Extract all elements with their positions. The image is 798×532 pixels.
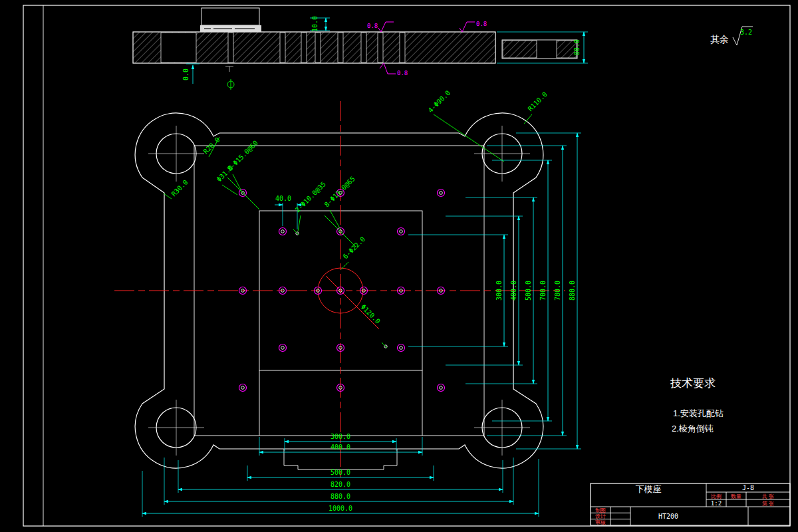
sheet-frame (23, 5, 790, 526)
callout-guide-hole: Φ31.0 (215, 164, 235, 183)
drawing-number: J-8 (742, 484, 754, 491)
dim-bottom-4: 820.0 (331, 481, 350, 488)
corner-hole (474, 400, 530, 456)
corner-hole (148, 400, 204, 456)
section-dim-step: 10.0 (310, 16, 330, 32)
callout-corner-holes: 4-Φ90.0 (427, 89, 452, 114)
finish-bottom: 0.8 (397, 70, 408, 76)
callout-fillet-side: R30.0 (170, 178, 190, 198)
dim-right-1: 300.0 (495, 281, 503, 301)
dim-right-5: 780.0 (554, 281, 561, 301)
dim-bottom-1: 300.0 (331, 433, 350, 440)
callout-center-holes: 6-Φ22.0 (342, 235, 367, 261)
sig-row-3: 审核 (595, 519, 606, 525)
dim-datum-value: 0.0 (182, 68, 190, 80)
section-hole-slot (378, 33, 383, 63)
scale-value: 1:2 (711, 500, 722, 507)
callouts: 4-Φ90.0 R110.0 R20.0 8-Φ15.0@60 Φ31.0 R3… (164, 89, 549, 348)
dim-bottom-6: 1000.0 (329, 505, 352, 512)
cad-drawing-sheet: 10.0 80.0 0.0 0.8 0.8 0.8 (0, 0, 798, 532)
scale-label: 比例 (711, 493, 722, 499)
surface-note-value: 3.2 (740, 29, 752, 36)
material: HT200 (658, 513, 678, 520)
sheet-no-label: 第 张 (762, 501, 774, 507)
tech-req-title: 技术要求 (670, 377, 716, 390)
plan-view: 4-Φ90.0 R110.0 R20.0 8-Φ15.0@60 Φ31.0 R3… (114, 89, 581, 517)
corner-hole (474, 126, 530, 182)
section-hole-slot (301, 33, 307, 63)
callout-pitch: 40.0 (275, 195, 291, 202)
datum-target-icon (225, 66, 234, 90)
sig-row-1: 制图 (595, 507, 606, 513)
sheet-total-label: 共 张 (762, 493, 774, 499)
dim-right-3: 500.0 (525, 281, 532, 301)
section-hole-slot (361, 33, 366, 63)
dim-bottom-5: 880.0 (331, 493, 350, 500)
section-hole-slot (228, 33, 233, 63)
dim-step-value: 10.0 (311, 16, 319, 32)
section-hole-slot (315, 33, 321, 63)
sig-row-2: 设计 (595, 513, 606, 519)
tech-req-item-1: 1.安装孔配钻 (673, 408, 724, 418)
part-name: 下模座 (636, 484, 662, 494)
callout-center-circle: Φ120.0 (360, 303, 382, 325)
surface-note-prefix: 其余 (710, 34, 729, 45)
dim-height-value: 80.0 (573, 39, 581, 55)
corner-hole (148, 126, 204, 182)
section-detail-box (200, 8, 261, 32)
section-view: 10.0 80.0 0.0 0.8 0.8 0.8 (133, 8, 588, 90)
qty-label: 数量 (731, 493, 741, 499)
dim-right-2: 400.0 (510, 281, 517, 301)
dim-bottom-3: 500.0 (331, 469, 350, 476)
section-dim-datum: 0.0 (182, 64, 200, 84)
drawing-canvas: 10.0 80.0 0.0 0.8 0.8 0.8 (0, 0, 798, 532)
surface-note: 其余 3.2 (710, 27, 753, 45)
tech-requirements: 技术要求 1.安装孔配钻 2.棱角倒钝 (670, 377, 724, 434)
dim-bottom-2: 400.0 (331, 444, 350, 451)
tech-req-item-2: 2.棱角倒钝 (672, 424, 714, 434)
finish-top-2: 0.8 (476, 21, 487, 27)
dims-bottom: 300.0 400.0 500.0 820.0 880.0 1000.0 (142, 433, 539, 517)
dim-right-6: 880.0 (569, 281, 576, 301)
finish-top-1: 0.8 (367, 23, 378, 29)
section-hole-slot (280, 33, 285, 63)
section-hole-slot (338, 33, 343, 63)
dim-right-4: 700.0 (539, 281, 547, 301)
callout-bolt-holes: 8-Φ13.0@65 (323, 175, 356, 208)
section-hole-slot (400, 33, 405, 63)
title-block: 下模座 J-8 比例 1:2 数量 共 张 第 张 HT200 制图 设计 审核 (591, 483, 790, 525)
callout-corner-radius: R110.0 (527, 90, 549, 112)
callout-dowel-holes: 2-Φ10.0@35 (294, 180, 327, 213)
